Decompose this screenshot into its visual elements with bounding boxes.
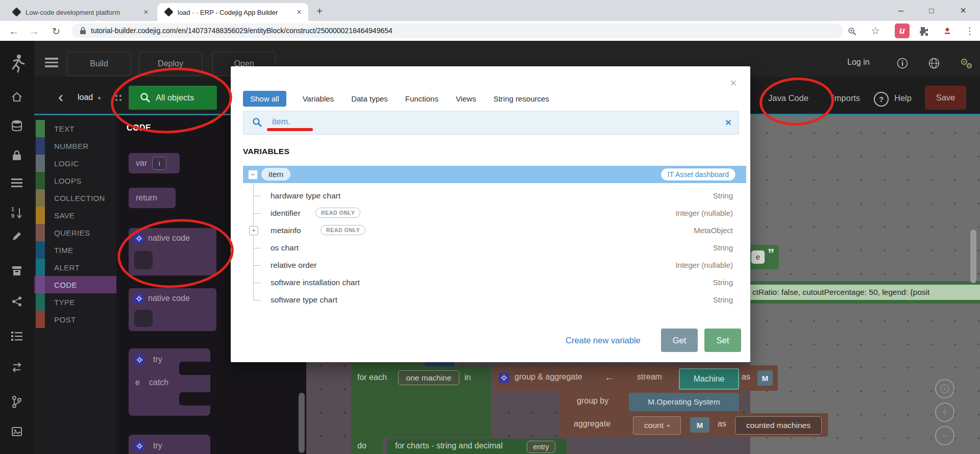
window-maximize-icon[interactable]: □ [919, 2, 944, 18]
category-post[interactable]: POST [34, 311, 116, 328]
tab-variables[interactable]: Variables [302, 91, 335, 107]
nav-back-chevron-icon[interactable]: ‹ [54, 88, 67, 106]
save-button[interactable]: Save [925, 86, 966, 110]
zoom-out-control[interactable]: − [935, 426, 954, 445]
gear-icon[interactable] [134, 355, 144, 365]
tab-close-icon[interactable]: × [141, 7, 151, 17]
block-var[interactable]: var i [129, 153, 180, 173]
category-collection[interactable]: COLLECTION [34, 189, 116, 207]
category-queries[interactable]: QUERIES [34, 224, 116, 241]
collapse-minus-icon[interactable]: − [248, 170, 258, 180]
category-logic[interactable]: LOGIC [34, 155, 116, 172]
variable-name[interactable]: identifier [271, 209, 301, 218]
forward-icon[interactable]: → [27, 24, 42, 38]
menu-hamburger-icon[interactable] [45, 58, 58, 67]
window-minimize-icon[interactable]: – [888, 2, 914, 18]
variable-row[interactable]: identifier READ ONLY Integer (nullable) [243, 205, 746, 222]
block-native-code-2[interactable]: native code [129, 288, 216, 331]
image-icon[interactable] [11, 426, 22, 437]
url-text[interactable]: tutorial-builder.codejig.com/en/14073748… [91, 27, 393, 35]
variable-name[interactable]: hardware type chart [271, 191, 340, 200]
block-return[interactable]: return [129, 188, 176, 208]
pencil-icon[interactable] [11, 231, 22, 242]
string-var-slot[interactable]: e [751, 250, 765, 264]
lock-icon[interactable] [11, 149, 22, 162]
entry-slot[interactable]: entry [527, 441, 555, 453]
browser-menu-icon[interactable]: ⋮ [963, 23, 977, 38]
back-icon[interactable]: ← [6, 24, 21, 38]
refresh-icon[interactable]: ↻ [48, 24, 64, 38]
category-save[interactable]: SAVE [34, 207, 116, 224]
search-input-value[interactable]: item. [272, 117, 290, 127]
home-icon[interactable] [11, 91, 23, 103]
tab-close-icon[interactable]: × [294, 7, 304, 17]
variable-row[interactable]: os chart String [243, 239, 746, 257]
m-alias-slot[interactable]: M [757, 370, 773, 386]
category-type[interactable]: TYPE [34, 293, 116, 311]
block-group-by-row[interactable]: group by M.Operating System [559, 391, 741, 413]
login-link[interactable]: Log in [847, 58, 870, 67]
block-fragment-green[interactable] [351, 362, 422, 366]
sort-numeric-icon[interactable]: 1 9 [10, 207, 23, 220]
m-ref-slot[interactable]: M [690, 417, 709, 433]
tab-functions[interactable]: Functions [404, 91, 439, 107]
variable-row[interactable]: software installation chart String [243, 274, 746, 291]
category-number[interactable]: NUMBER [34, 137, 116, 155]
category-loops[interactable]: LOOPS [34, 172, 116, 189]
variable-row[interactable]: + metainfo READ ONLY MetaObject [243, 222, 746, 239]
machine-type-block[interactable]: Machine [679, 368, 739, 390]
search-box[interactable]: item. × [243, 111, 739, 135]
modal-close-icon[interactable]: × [727, 77, 740, 90]
category-time[interactable]: TIME [34, 241, 116, 259]
build-button[interactable]: Build [67, 52, 131, 76]
swap-arrows-icon[interactable] [11, 361, 23, 373]
extensions-puzzle-icon[interactable] [917, 24, 931, 38]
category-alert[interactable]: ALERT [34, 259, 116, 276]
tab-data-types[interactable]: Data types [350, 91, 389, 107]
block-aggregate-row[interactable]: aggregate count ▾ M as counted machines [559, 413, 828, 437]
help-link[interactable]: Help [894, 93, 912, 103]
tab-string-resources[interactable]: String resources [493, 91, 550, 107]
settings-gears-icon[interactable] [959, 56, 974, 70]
info-icon[interactable] [896, 57, 909, 69]
browser-tab-inactive[interactable]: Low-code development platform × [5, 3, 154, 21]
tab-show-all[interactable]: Show all [243, 91, 286, 107]
new-tab-button[interactable]: + [312, 4, 327, 18]
expand-plus-icon[interactable]: + [249, 226, 258, 235]
zoom-page-icon[interactable] [846, 26, 857, 37]
count-dropdown[interactable]: count ▾ [633, 416, 681, 435]
block-try-partial[interactable]: try [129, 435, 210, 454]
category-text[interactable]: TEXT [34, 120, 116, 137]
variable-name[interactable]: os chart [271, 243, 299, 253]
tab-views[interactable]: Views [455, 91, 477, 107]
create-new-variable-link[interactable]: Create new variable [566, 336, 641, 345]
window-close-icon[interactable]: × [950, 2, 976, 18]
native-code-text[interactable]: ctRatio: false, cutoutPercentage: 50, le… [752, 288, 929, 297]
block-fragment-navy[interactable] [425, 362, 454, 366]
u-extension-icon[interactable]: u [895, 23, 910, 38]
gear-icon[interactable] [134, 293, 144, 304]
help-icon[interactable]: ? [874, 92, 889, 107]
variable-row[interactable]: hardware type chart String [243, 187, 746, 205]
flyout-scrollbar[interactable] [299, 393, 305, 453]
codejig-extension-icon[interactable] [942, 26, 953, 37]
one-machine-slot[interactable]: one machine [398, 370, 459, 385]
variable-row[interactable]: software type chart String [243, 291, 746, 309]
list-menu-icon[interactable] [11, 178, 23, 188]
item-name-pill[interactable]: item [261, 168, 290, 181]
gear-icon[interactable] [499, 372, 509, 383]
database-icon[interactable] [11, 119, 23, 133]
entity-load-dropdown[interactable]: load ▾ [78, 93, 101, 102]
bookmark-star-icon[interactable]: ☆ [868, 23, 883, 38]
archive-box-icon[interactable] [11, 265, 22, 276]
block-native-code-canvas[interactable]: ctRatio: false, cutoutPercentage: 50, le… [750, 281, 980, 304]
variable-name[interactable]: metainfo [271, 226, 301, 235]
canvas-vertical-scrollbar[interactable] [970, 230, 976, 283]
clear-search-icon[interactable]: × [722, 116, 734, 129]
globe-icon[interactable] [928, 57, 940, 69]
set-button[interactable]: Set [704, 329, 741, 352]
variable-name[interactable]: software installation chart [271, 278, 360, 287]
zoom-in-control[interactable]: + [935, 402, 954, 422]
block-for-each-do-tab[interactable]: do [351, 438, 383, 454]
share-icon[interactable] [11, 296, 22, 307]
